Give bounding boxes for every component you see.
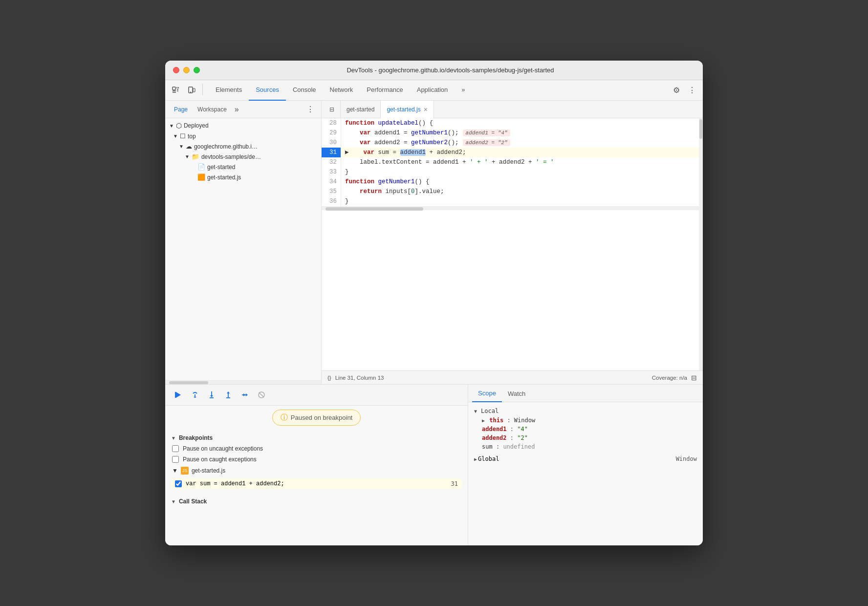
scope-item-addend2[interactable]: addend2 : "2" <box>474 433 697 442</box>
maximize-button[interactable] <box>194 67 200 73</box>
code-line-35[interactable]: 35 return inputs[0].value; <box>322 187 699 196</box>
tree-item-devtools-samples[interactable]: ▼ 📁 devtools-samples/de… <box>165 152 321 162</box>
tab-console[interactable]: Console <box>286 80 323 101</box>
sidebar-tabs: Page Workspace » ⋮ <box>165 101 321 118</box>
horizontal-scroll-thumb[interactable] <box>326 207 423 211</box>
triangle-down-icon: ▼ <box>185 154 190 159</box>
sidebar-tab-more[interactable]: » <box>232 105 242 114</box>
coverage-icon[interactable]: ⊟ <box>691 374 697 382</box>
sidebar-scroll-thumb[interactable] <box>169 381 208 384</box>
tab-sources[interactable]: Sources <box>249 80 286 101</box>
pause-caught-checkbox[interactable]: Pause on caught exceptions <box>171 454 462 465</box>
sidebar-action-icon[interactable]: ⋮ <box>304 103 317 116</box>
toolbar-right: ⚙ ⋮ <box>670 84 699 97</box>
code-line-31[interactable]: 31 ▶ var sum = addend1 + addend2; <box>322 148 699 157</box>
status-right: Coverage: n/a ⊟ <box>652 374 697 382</box>
breakpoints-header[interactable]: ▼ Breakpoints <box>171 433 462 443</box>
tab-performance[interactable]: Performance <box>360 80 410 101</box>
content-area: Page Workspace » ⋮ ▼ ⬡ Deployed ▼ <box>165 101 703 384</box>
breakpoint-line-item[interactable]: var sum = addend1 + addend2; 31 <box>171 478 462 489</box>
device-icon[interactable] <box>185 84 198 97</box>
scope-tab-scope[interactable]: Scope <box>472 385 502 402</box>
paused-message: Paused on breakpoint <box>291 414 352 421</box>
breakpoint-checkbox[interactable] <box>175 480 182 487</box>
code-line-33[interactable]: 33 } <box>322 167 699 177</box>
local-arrow-icon: ▼ <box>474 409 477 414</box>
code-line-36[interactable]: 36 } <box>322 196 699 206</box>
editor-tabs: ⊟ get-started get-started.js × <box>322 101 703 118</box>
editor-tab-get-started[interactable]: get-started <box>341 101 381 118</box>
code-line-29[interactable]: 29 var addend1 = getNumber1();addend1 = … <box>322 128 699 138</box>
call-stack-header[interactable]: ▼ Call Stack <box>171 496 462 507</box>
minimize-button[interactable] <box>183 67 190 73</box>
svg-rect-9 <box>193 88 195 92</box>
tree-item-deployed[interactable]: ▼ ⬡ Deployed <box>165 120 321 131</box>
tree-item-googlechrome[interactable]: ▼ ☁ googlechrome.github.i… <box>165 141 321 152</box>
tab-nav: Elements Sources Console Network Perform… <box>209 80 670 101</box>
code-line-34[interactable]: 34 function getNumber1() { <box>322 177 699 187</box>
editor-tab-get-started-js[interactable]: get-started.js × <box>381 101 434 118</box>
pause-uncaught-checkbox[interactable]: Pause on uncaught exceptions <box>171 443 462 454</box>
tree-item-get-started[interactable]: 📄 get-started <box>165 162 321 172</box>
sidebar-tab-workspace[interactable]: Workspace <box>193 101 232 118</box>
scope-item-this[interactable]: ▶ this : Window <box>474 416 697 425</box>
step-button[interactable] <box>238 388 252 402</box>
pause-caught-label: Pause on caught exceptions <box>183 456 257 463</box>
scope-local-header[interactable]: ▼ Local <box>474 406 697 416</box>
tab-elements[interactable]: Elements <box>209 80 249 101</box>
editor-area: ⊟ get-started get-started.js × 28 <box>322 101 703 384</box>
pause-caught-input[interactable] <box>172 456 179 463</box>
scope-local-label: Local <box>481 408 499 414</box>
deactivate-breakpoints-button[interactable] <box>254 388 269 402</box>
scope-val-sum: undefined <box>503 443 535 450</box>
editor-tab-collapse[interactable]: ⊟ <box>324 101 341 118</box>
tab-more[interactable]: » <box>455 80 472 101</box>
toolbar-divider <box>202 84 203 95</box>
inspect-icon[interactable] <box>169 84 183 97</box>
arrow-icon: ▼ <box>171 435 176 441</box>
close-button[interactable] <box>173 67 179 73</box>
settings-icon[interactable]: ⚙ <box>670 84 683 97</box>
scope-panel: Scope Watch ▼ Local ▶ this : Window <box>468 385 703 545</box>
code-line-32[interactable]: 32 label.textContent = addend1 + ' + ' +… <box>322 157 699 167</box>
scope-item-sum[interactable]: sum : undefined <box>474 442 697 451</box>
code-editor[interactable]: 28 function updateLabel() { 29 var adden… <box>322 118 699 370</box>
code-line-30[interactable]: 30 var addend2 = getNumber2();addend2 = … <box>322 138 699 148</box>
scope-val-addend1: "4" <box>517 426 528 433</box>
horizontal-scrollbar[interactable] <box>322 206 699 210</box>
resume-button[interactable] <box>171 388 186 402</box>
step-into-button[interactable] <box>204 388 219 402</box>
vertical-scrollbar[interactable] <box>699 118 703 370</box>
editor-scroll-area[interactable]: 28 function updateLabel() { 29 var adden… <box>322 118 703 370</box>
editor-status: {} Line 31, Column 13 Coverage: n/a ⊟ <box>322 370 703 384</box>
step-out-button[interactable] <box>221 388 236 402</box>
sidebar-tree[interactable]: ▼ ⬡ Deployed ▼ ☐ top ▼ ☁ googlechrome.gi… <box>165 118 321 380</box>
step-over-button[interactable] <box>188 388 202 402</box>
sidebar: Page Workspace » ⋮ ▼ ⬡ Deployed ▼ <box>165 101 322 384</box>
scope-tab-watch[interactable]: Watch <box>502 385 531 402</box>
pause-uncaught-input[interactable] <box>172 445 179 452</box>
tree-item-top[interactable]: ▼ ☐ top <box>165 131 321 141</box>
tab-close-icon[interactable]: × <box>424 106 428 113</box>
scope-item-addend1[interactable]: addend1 : "4" <box>474 425 697 433</box>
js-file-icon: JS <box>181 467 189 475</box>
scope-global-header[interactable]: ▶ Global Window <box>474 454 697 464</box>
devtools-window: DevTools - googlechrome.github.io/devtoo… <box>165 61 703 545</box>
sidebar-scrollbar[interactable] <box>165 380 321 384</box>
sidebar-tab-page[interactable]: Page <box>169 101 193 118</box>
call-stack-title: Call Stack <box>179 498 207 505</box>
breakpoints-file[interactable]: ▼ JS get-started.js <box>171 465 462 476</box>
vertical-scroll-thumb[interactable] <box>699 119 702 139</box>
scope-tabs: Scope Watch <box>468 385 703 402</box>
tab-application[interactable]: Application <box>410 80 455 101</box>
tab-label: get-started <box>347 106 374 113</box>
debug-toolbar <box>165 385 468 406</box>
collapse-icon: ⊟ <box>329 106 334 113</box>
tree-item-get-started-js[interactable]: 🟧 get-started.js <box>165 172 321 182</box>
more-options-icon[interactable]: ⋮ <box>685 84 699 97</box>
tab-network[interactable]: Network <box>323 80 360 101</box>
this-arrow-icon: ▶ <box>482 418 485 423</box>
tab-label: get-started.js <box>387 106 420 113</box>
code-line-28[interactable]: 28 function updateLabel() { <box>322 118 699 128</box>
triangle-down-icon: ▼ <box>173 133 178 139</box>
